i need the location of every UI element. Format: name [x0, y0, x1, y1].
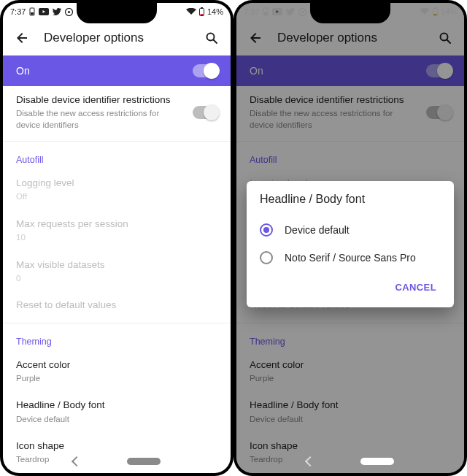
phone-left: 7:37 14% Developer options [0, 0, 234, 476]
dialog-option-label: Device default [285, 224, 350, 236]
search-icon [205, 31, 218, 45]
twitter-icon [53, 8, 61, 15]
dialog-cancel-button[interactable]: CANCEL [390, 276, 441, 299]
screen: 7:37 14% Developer options [3, 3, 231, 473]
status-time: 7:37 [10, 7, 26, 16]
row-title: Accent color [16, 358, 217, 372]
master-toggle-switch[interactable] [193, 64, 217, 77]
arrow-back-icon [15, 31, 28, 45]
row-subtitle: 0 [16, 273, 217, 285]
section-header-theming: Theming [3, 326, 231, 351]
gesture-nav-bar [3, 450, 231, 473]
row-logging-level[interactable]: Logging level Off [3, 169, 231, 210]
divider [3, 141, 231, 142]
row-subtitle: Off [16, 191, 217, 203]
settings-list: Disable device identifier restrictions D… [3, 86, 231, 473]
row-max-visible-datasets[interactable]: Max visible datasets 0 [3, 251, 231, 292]
radio-icon [260, 223, 273, 237]
app-bar: Developer options [3, 20, 231, 55]
svg-rect-6 [201, 7, 203, 9]
row-headline-body-font[interactable]: Headline / Body font Device default [3, 391, 231, 432]
svg-rect-7 [200, 14, 203, 15]
search-button[interactable] [198, 25, 225, 51]
phone-right: 7:37 14% Developer options [234, 0, 467, 476]
row-title: Headline / Body font [16, 399, 217, 412]
page-title: Developer options [44, 31, 198, 45]
status-battery-pct: 14% [207, 7, 223, 16]
battery-icon [29, 7, 35, 16]
dialog-option-noto-serif[interactable]: Noto Serif / Source Sans Pro [260, 244, 441, 272]
row-max-requests[interactable]: Max requests per session 10 [3, 210, 231, 251]
radio-icon [260, 251, 273, 264]
svg-line-9 [214, 40, 217, 44]
row-title: Logging level [16, 177, 217, 190]
gesture-nav-bar [236, 450, 464, 473]
font-dialog: Headline / Body font Device default Noto… [247, 181, 454, 307]
youtube-icon [39, 8, 49, 15]
row-subtitle: Disable the new access restrictions for … [16, 108, 185, 131]
row-subtitle: Device default [16, 414, 217, 426]
nav-back-button[interactable] [305, 456, 315, 467]
row-disable-device-id-restrictions[interactable]: Disable device identifier restrictions D… [3, 86, 231, 138]
chrome-icon [65, 8, 73, 16]
row-title: Disable device identifier restrictions [16, 93, 185, 107]
dialog-option-device-default[interactable]: Device default [260, 216, 441, 244]
row-subtitle: 10 [16, 232, 217, 244]
row-title: Max visible datasets [16, 258, 217, 272]
master-toggle-banner[interactable]: On [3, 55, 231, 86]
master-toggle-label: On [16, 65, 193, 77]
wifi-icon [186, 8, 196, 15]
section-header-autofill: Autofill [3, 145, 231, 169]
display-notch [77, 3, 157, 23]
battery-icon [199, 7, 204, 16]
nav-home-pill[interactable] [127, 458, 161, 465]
dialog-option-label: Noto Serif / Source Sans Pro [285, 252, 416, 264]
svg-point-4 [68, 10, 70, 12]
row-subtitle: Purple [16, 373, 217, 385]
nav-home-pill[interactable] [360, 458, 394, 465]
svg-rect-1 [31, 12, 34, 15]
row-reset-defaults[interactable]: Reset to default values [3, 291, 231, 319]
screen: 7:37 14% Developer options [236, 3, 464, 473]
divider [3, 323, 231, 323]
row-title: Max requests per session [16, 218, 217, 231]
row-accent-color[interactable]: Accent color Purple [3, 351, 231, 392]
row-title: Reset to default values [16, 299, 217, 312]
dialog-title: Headline / Body font [260, 193, 441, 206]
back-button[interactable] [9, 25, 35, 51]
row-switch[interactable] [193, 106, 217, 119]
nav-back-button[interactable] [72, 456, 82, 467]
